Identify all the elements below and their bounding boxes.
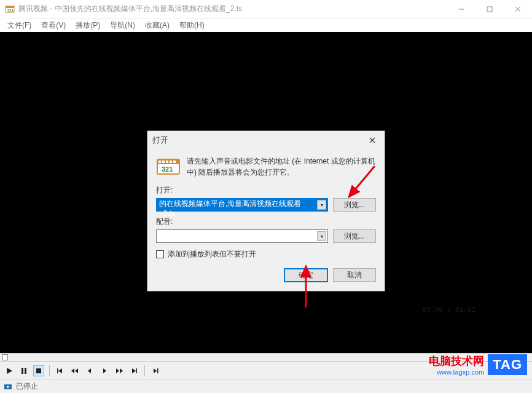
dialog-instruction: 请先输入声音或电影文件的地址 (在 Internet 或您的计算机中) 随后播放… [187, 156, 376, 178]
svg-text:321: 321 [162, 165, 173, 173]
open-dialog: 打开 321 请先输入声音或电影文件的地址 (在 Internet 或您的计算机… [147, 130, 385, 292]
pause-button[interactable] [18, 365, 29, 376]
svg-marker-7 [7, 368, 12, 374]
svg-marker-18 [120, 368, 123, 373]
svg-rect-30 [162, 161, 165, 163]
svg-marker-13 [71, 368, 74, 373]
dub-combobox[interactable]: ▾ [156, 229, 328, 243]
close-button[interactable] [504, 0, 532, 18]
svg-rect-9 [25, 368, 26, 374]
rewind-button[interactable] [69, 365, 80, 376]
watermark-cn: 电脑技术网 [429, 354, 484, 368]
svg-rect-8 [22, 368, 23, 374]
svg-rect-1 [6, 6, 14, 8]
svg-rect-33 [173, 161, 176, 163]
svg-rect-29 [158, 161, 161, 163]
svg-rect-20 [136, 368, 138, 373]
watermark-url: www.tagxp.com [429, 368, 484, 376]
svg-marker-16 [103, 368, 106, 373]
svg-rect-22 [157, 368, 158, 373]
svg-marker-21 [154, 368, 157, 373]
ok-button[interactable]: 确定 [284, 268, 328, 282]
separator [144, 365, 145, 376]
dialog-titlebar: 打开 [147, 131, 385, 149]
stop-button[interactable] [33, 365, 44, 376]
menubar: 文件(F) 查看(V) 播放(P) 导航(N) 收藏(A) 帮助(H) [0, 18, 532, 32]
menu-file[interactable]: 文件(F) [2, 19, 36, 32]
play-button[interactable] [4, 365, 15, 376]
chevron-down-icon[interactable]: ▾ [317, 200, 326, 210]
window-titlebar: 321 腾讯视频 - 中国领先的在线视频媒体平台,海量高清视频在线观看_2.ts [0, 0, 532, 18]
svg-text:321: 321 [7, 9, 14, 12]
step-fwd-button[interactable] [99, 365, 110, 376]
status-icon [4, 383, 12, 391]
open-value: 的在线视频媒体平台,海量高清视频在线观看_2.ts [159, 199, 301, 218]
statusbar: 已停止 [0, 379, 532, 393]
seek-thumb[interactable] [2, 354, 8, 360]
svg-marker-17 [116, 368, 119, 373]
dub-label: 配音: [156, 216, 376, 227]
overlay-time: 00:00 / 01:02 [423, 306, 475, 314]
svg-marker-14 [75, 368, 78, 373]
fast-fwd-button[interactable] [114, 365, 125, 376]
svg-rect-32 [170, 161, 172, 163]
add-to-playlist-checkbox[interactable] [156, 250, 164, 258]
minimize-button[interactable] [447, 0, 475, 18]
frame-step-button[interactable] [150, 365, 161, 376]
skip-next-button[interactable] [128, 365, 139, 376]
window-title: 腾讯视频 - 中国领先的在线视频媒体平台,海量高清视频在线观看_2.ts [18, 4, 447, 14]
svg-rect-31 [166, 161, 168, 163]
browse-dub-button[interactable]: 浏览... [333, 229, 376, 243]
watermark-tag: TAG [488, 354, 527, 375]
step-back-button[interactable] [84, 365, 95, 376]
separator [49, 365, 50, 376]
menu-navigate[interactable]: 导航(N) [105, 19, 140, 32]
menu-play[interactable]: 播放(P) [71, 19, 105, 32]
dialog-title: 打开 [152, 135, 168, 146]
checkbox-label: 添加到播放列表但不要打开 [168, 249, 256, 260]
skip-prev-button[interactable] [55, 365, 66, 376]
svg-marker-12 [58, 368, 62, 373]
dialog-close-button[interactable] [365, 135, 380, 145]
open-combobox[interactable]: 的在线视频媒体平台,海量高清视频在线观看_2.ts ▾ [156, 198, 328, 212]
menu-help[interactable]: 帮助(H) [174, 19, 209, 32]
open-label: 打开: [156, 185, 376, 196]
menu-view[interactable]: 查看(V) [36, 19, 71, 32]
status-text: 已停止 [16, 381, 38, 392]
svg-rect-11 [57, 368, 58, 373]
svg-rect-10 [36, 368, 41, 373]
chevron-down-icon[interactable]: ▾ [317, 231, 326, 241]
mpc-icon: 321 [156, 156, 181, 178]
watermark: 电脑技术网 www.tagxp.com TAG [429, 354, 527, 376]
svg-marker-15 [88, 368, 91, 373]
svg-rect-4 [487, 7, 492, 12]
app-icon: 321 [5, 4, 15, 14]
browse-open-button[interactable]: 浏览... [333, 198, 376, 212]
cancel-button[interactable]: 取消 [333, 268, 376, 282]
menu-favorites[interactable]: 收藏(A) [140, 19, 174, 32]
svg-marker-19 [132, 368, 136, 373]
maximize-button[interactable] [475, 0, 504, 18]
